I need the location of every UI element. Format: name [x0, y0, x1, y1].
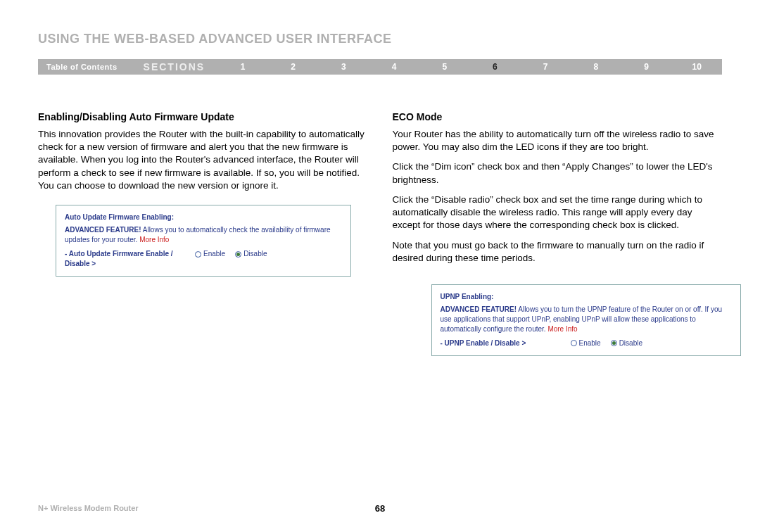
- enable-disable-label: - UPNP Enable / Disable >: [441, 338, 571, 348]
- radio-icon: [195, 251, 201, 258]
- disable-text: Disable: [619, 338, 642, 348]
- section-navbar: Table of Contents SECTIONS 1 2 3 4 5 6 7…: [38, 59, 722, 75]
- more-info-link[interactable]: More Info: [139, 236, 169, 243]
- advanced-label: ADVANCED FEATURE!: [65, 226, 141, 234]
- enable-radio[interactable]: Enable: [195, 249, 225, 259]
- right-heading: ECO Mode: [393, 111, 723, 122]
- enable-disable-label: - Auto Update Firmware Enable / Disable …: [65, 249, 195, 269]
- radio-icon: [235, 251, 241, 258]
- section-link-10[interactable]: 10: [671, 62, 722, 72]
- enable-radio[interactable]: Enable: [571, 338, 601, 348]
- auto-update-panel: Auto Update Firmware Enabling: ADVANCED …: [56, 205, 351, 277]
- radio-icon: [571, 340, 577, 346]
- left-body: This innovation provides the Router with…: [38, 128, 368, 192]
- panel-title: UPNP Enabling:: [441, 292, 732, 302]
- right-p2: Click the “Dim icon” check box and then …: [393, 160, 723, 186]
- section-link-8[interactable]: 8: [571, 62, 621, 72]
- panel-desc: ADVANCED FEATURE! Allows you to automati…: [65, 225, 342, 245]
- page-title: USING THE WEB-BASED ADVANCED USER INTERF…: [38, 32, 722, 46]
- section-link-4[interactable]: 4: [369, 62, 419, 72]
- right-column: ECO Mode Your Router has the ability to …: [393, 111, 723, 356]
- section-link-2[interactable]: 2: [268, 62, 319, 72]
- disable-text: Disable: [243, 249, 267, 259]
- right-p1: Your Router has the ability to automatic…: [393, 128, 723, 153]
- disable-radio[interactable]: Disable: [611, 338, 642, 348]
- advanced-label: ADVANCED FEATURE!: [441, 305, 517, 313]
- radio-dot-icon: [236, 253, 240, 256]
- section-link-5[interactable]: 5: [419, 62, 470, 72]
- section-link-9[interactable]: 9: [621, 62, 672, 72]
- radio-dot-icon: [612, 341, 616, 345]
- enable-text: Enable: [579, 338, 601, 348]
- left-column: Enabling/Disabling Auto Firmware Update …: [38, 111, 368, 356]
- left-heading: Enabling/Disabling Auto Firmware Update: [38, 111, 368, 122]
- toc-link[interactable]: Table of Contents: [38, 63, 126, 71]
- product-name: N+ Wireless Modem Router: [38, 504, 139, 512]
- section-link-1[interactable]: 1: [217, 62, 268, 72]
- footer: N+ Wireless Modem Router 68: [38, 504, 722, 512]
- disable-radio[interactable]: Disable: [235, 249, 267, 259]
- section-link-3[interactable]: 3: [319, 62, 369, 72]
- sections-label: SECTIONS: [126, 61, 218, 72]
- upnp-panel: UPNP Enabling: ADVANCED FEATURE! Allows …: [431, 284, 741, 356]
- panel-title: Auto Update Firmware Enabling:: [65, 213, 342, 222]
- right-p4: Note that you must go back to the firmwa…: [393, 239, 723, 265]
- panel-desc: ADVANCED FEATURE! Allows you to turn the…: [441, 305, 732, 334]
- section-link-7[interactable]: 7: [520, 62, 571, 72]
- right-p3: Click the “Disable radio” check box and …: [393, 194, 723, 232]
- more-info-link[interactable]: More Info: [547, 325, 577, 333]
- page-number: 68: [375, 503, 385, 514]
- radio-icon: [611, 340, 617, 346]
- enable-text: Enable: [203, 249, 225, 259]
- section-link-6[interactable]: 6: [470, 62, 521, 72]
